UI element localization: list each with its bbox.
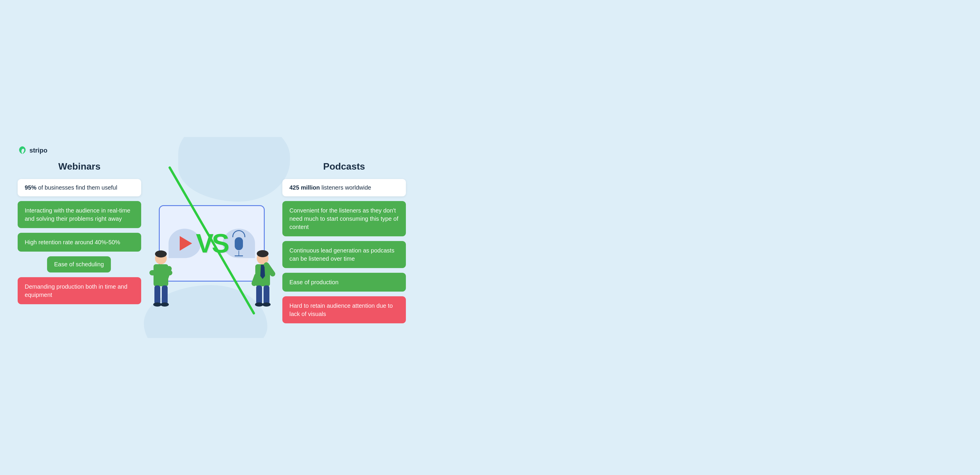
- podcasts-stat-rest: listeners worldwide: [320, 184, 371, 191]
- play-icon: [180, 236, 192, 251]
- podcasts-title: Podcasts: [282, 161, 406, 172]
- svg-point-1: [155, 251, 167, 257]
- webinars-green-card-2: High retention rate around 40%-50%: [18, 233, 141, 252]
- mic-stand: [239, 251, 239, 256]
- webinars-green-card-1: Interacting with the audience in real-ti…: [18, 201, 141, 228]
- mic-icon: [232, 231, 245, 256]
- podcasts-stat-bold: 425 million: [290, 184, 320, 191]
- webinars-stat-rest: of businesses find them useful: [37, 184, 117, 191]
- podcasts-green-card-1: Convenient for the listeners as they don…: [282, 201, 406, 236]
- person-right-svg: [248, 249, 277, 313]
- page-wrapper: stripo Webinars 95% of businesses find t…: [6, 137, 418, 338]
- logo: stripo: [18, 146, 406, 155]
- podcasts-green-card-2: Continuous lead generation as podcasts c…: [282, 241, 406, 268]
- center-illustration: VS: [150, 161, 274, 314]
- svg-rect-5: [154, 285, 160, 305]
- svg-marker-12: [260, 265, 265, 279]
- svg-rect-6: [162, 285, 168, 305]
- webinars-title: Webinars: [18, 161, 141, 172]
- webinars-stat-card: 95% of businesses find them useful: [18, 179, 141, 196]
- podcasts-green-card-3: Ease of production: [282, 273, 406, 292]
- person-left: [147, 249, 175, 314]
- logo-text: stripo: [29, 147, 47, 154]
- vs-illustration: VS: [150, 173, 274, 314]
- svg-point-17: [255, 302, 263, 307]
- webinars-green-card-3: Ease of scheduling: [47, 256, 111, 272]
- webinars-red-card-1: Demanding production both in time and eq…: [18, 277, 141, 304]
- svg-point-10: [257, 250, 269, 257]
- svg-point-18: [262, 302, 270, 307]
- svg-point-8: [161, 302, 169, 307]
- svg-point-7: [153, 302, 161, 307]
- person-left-svg: [147, 249, 175, 313]
- podcasts-stat-card: 425 million listeners worldwide: [282, 179, 406, 196]
- mic-base: [235, 256, 243, 256]
- vs-text: VS: [196, 229, 228, 259]
- svg-rect-15: [256, 285, 262, 305]
- podcasts-red-card-1: Hard to retain audience attention due to…: [282, 296, 406, 323]
- webinars-stat-bold: 95%: [25, 184, 37, 191]
- stripo-logo-icon: [18, 146, 27, 155]
- mic-body: [235, 237, 243, 250]
- svg-rect-16: [264, 285, 269, 305]
- person-right: [248, 249, 277, 314]
- main-content: Webinars 95% of businesses find them use…: [18, 161, 406, 323]
- infographic-container: stripo Webinars 95% of businesses find t…: [6, 137, 974, 338]
- mic-arc: [232, 230, 245, 237]
- webinars-column: Webinars 95% of businesses find them use…: [18, 161, 150, 304]
- podcasts-column: Podcasts 425 million listeners worldwide…: [274, 161, 406, 323]
